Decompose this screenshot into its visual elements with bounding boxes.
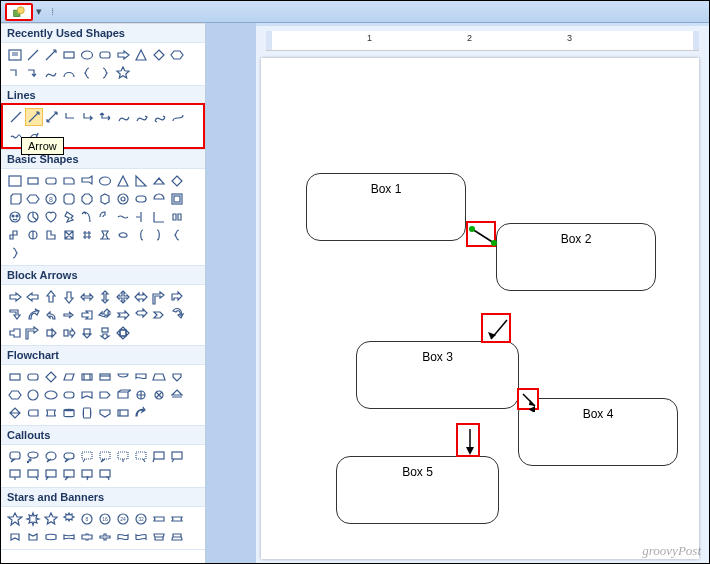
line-double-arrow-icon[interactable]	[43, 108, 61, 126]
shape-icon[interactable]	[114, 208, 132, 226]
shape-oval-icon[interactable]	[78, 46, 96, 64]
flow-icon[interactable]	[168, 386, 186, 404]
flow-icon[interactable]	[78, 368, 96, 386]
arrow-icon[interactable]	[24, 288, 42, 306]
shape-icon[interactable]	[168, 190, 186, 208]
shape-icon[interactable]	[132, 172, 150, 190]
shape-icon[interactable]: 8	[42, 190, 60, 208]
shape-icon[interactable]	[132, 226, 150, 244]
flow-icon[interactable]	[168, 368, 186, 386]
shape-roundrect-icon[interactable]	[96, 46, 114, 64]
shape-icon[interactable]	[60, 190, 78, 208]
star-icon[interactable]	[6, 510, 24, 528]
arrow-icon[interactable]	[60, 288, 78, 306]
shape-icon[interactable]	[78, 226, 96, 244]
shape-rbrace-icon[interactable]	[96, 64, 114, 82]
shape-textbox-icon[interactable]	[6, 46, 24, 64]
shape-icon[interactable]	[24, 190, 42, 208]
line-curve-icon[interactable]	[115, 108, 133, 126]
flow-icon[interactable]	[60, 368, 78, 386]
callout-icon[interactable]	[6, 466, 24, 484]
shape-icon[interactable]	[42, 208, 60, 226]
arrow-icon[interactable]	[42, 288, 60, 306]
arrow-icon[interactable]	[42, 306, 60, 324]
callout-icon[interactable]	[24, 448, 42, 466]
arrow-icon[interactable]	[114, 306, 132, 324]
banner-icon[interactable]	[150, 528, 168, 546]
arrow-icon[interactable]	[168, 288, 186, 306]
shape-line-icon[interactable]	[24, 46, 42, 64]
shape-icon[interactable]	[60, 226, 78, 244]
shape-icon[interactable]	[96, 172, 114, 190]
line-freeform-icon[interactable]	[169, 108, 187, 126]
shape-arrow-icon[interactable]	[42, 46, 60, 64]
shape-icon[interactable]	[78, 190, 96, 208]
star-icon[interactable]: 8	[78, 510, 96, 528]
shape-diamond-icon[interactable]	[150, 46, 168, 64]
arrow-icon[interactable]	[60, 324, 78, 342]
flow-icon[interactable]	[6, 368, 24, 386]
banner-icon[interactable]	[150, 510, 168, 528]
shape-icon[interactable]	[6, 208, 24, 226]
callout-icon[interactable]	[78, 448, 96, 466]
shape-icon[interactable]	[6, 244, 24, 262]
line-elbow-icon[interactable]	[61, 108, 79, 126]
callout-icon[interactable]	[150, 448, 168, 466]
flow-icon[interactable]	[114, 404, 132, 422]
shape-icon[interactable]	[132, 208, 150, 226]
shape-lbrace-icon[interactable]	[78, 64, 96, 82]
banner-icon[interactable]	[6, 528, 24, 546]
flow-icon[interactable]	[150, 368, 168, 386]
banner-icon[interactable]	[96, 528, 114, 546]
flow-icon[interactable]	[60, 386, 78, 404]
banner-icon[interactable]	[42, 528, 60, 546]
banner-icon[interactable]	[132, 528, 150, 546]
arrow-icon[interactable]	[132, 306, 150, 324]
arrow-icon[interactable]	[168, 306, 186, 324]
shape-box-3[interactable]: Box 3	[356, 341, 519, 409]
arrow-icon[interactable]	[114, 288, 132, 306]
callout-icon[interactable]	[96, 448, 114, 466]
shape-icon[interactable]	[132, 190, 150, 208]
shape-icon[interactable]	[96, 208, 114, 226]
callout-icon[interactable]	[96, 466, 114, 484]
flow-icon[interactable]	[24, 404, 42, 422]
shape-icon[interactable]	[96, 226, 114, 244]
callout-icon[interactable]	[132, 448, 150, 466]
shape-icon[interactable]	[42, 172, 60, 190]
arrow-icon[interactable]	[78, 324, 96, 342]
shape-icon[interactable]	[60, 172, 78, 190]
shape-icon[interactable]	[6, 190, 24, 208]
arrow-icon[interactable]	[60, 306, 78, 324]
arrow-icon[interactable]	[24, 306, 42, 324]
shape-icon[interactable]	[168, 208, 186, 226]
flow-icon[interactable]	[42, 368, 60, 386]
flow-icon[interactable]	[24, 368, 42, 386]
line-elbow-darrow-icon[interactable]	[97, 108, 115, 126]
line-curve-arrow-icon[interactable]	[133, 108, 151, 126]
arrow-icon[interactable]	[6, 324, 24, 342]
arrow-icon[interactable]	[150, 306, 168, 324]
arrow-icon[interactable]	[96, 306, 114, 324]
callout-icon[interactable]	[114, 448, 132, 466]
arrow-icon[interactable]	[6, 288, 24, 306]
shape-box-5[interactable]: Box 5	[336, 456, 499, 524]
shape-icon[interactable]	[24, 226, 42, 244]
shape-box-1[interactable]: Box 1	[306, 173, 466, 241]
callout-icon[interactable]	[42, 448, 60, 466]
line-elbow-arrow-icon[interactable]	[79, 108, 97, 126]
shape-rect-icon[interactable]	[60, 46, 78, 64]
flow-icon[interactable]	[132, 368, 150, 386]
shape-icon[interactable]	[24, 172, 42, 190]
qat-dropdown-icon[interactable]: ▾	[33, 3, 45, 21]
star-icon[interactable]	[24, 510, 42, 528]
flow-icon[interactable]	[42, 404, 60, 422]
shape-box-2[interactable]: Box 2	[496, 223, 656, 291]
callout-icon[interactable]	[24, 466, 42, 484]
shape-icon[interactable]	[6, 226, 24, 244]
callout-icon[interactable]	[60, 448, 78, 466]
flow-icon[interactable]	[114, 368, 132, 386]
shape-elbow2-icon[interactable]	[24, 64, 42, 82]
line-arrow-icon[interactable]	[25, 108, 43, 126]
flow-icon[interactable]	[96, 386, 114, 404]
